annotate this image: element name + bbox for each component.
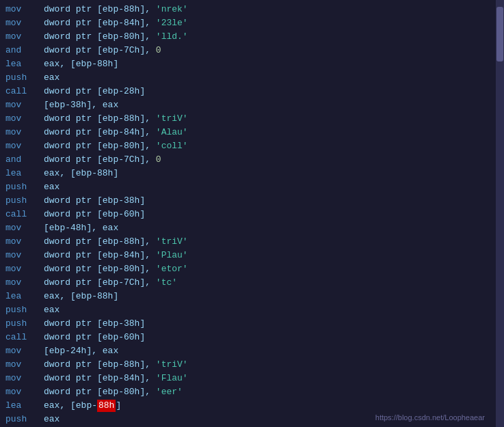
- code-line: mov[ebp-24h], eax: [0, 344, 496, 358]
- mnemonic: mov: [5, 386, 44, 398]
- string-literal: 'eer': [156, 386, 183, 398]
- operands: dword ptr [ebp-80h],: [44, 140, 156, 152]
- code-line: pushdword ptr [ebp-38h]: [0, 194, 496, 208]
- operands: eax: [44, 304, 59, 316]
- mnemonic: mov: [5, 222, 44, 234]
- code-line: calldword ptr [ebp-60h]: [0, 208, 496, 221]
- string-literal: 'lld.': [156, 31, 188, 43]
- mnemonic: push: [5, 195, 44, 207]
- operands: dword ptr [ebp-7Ch],: [44, 154, 156, 166]
- mnemonic: and: [5, 44, 44, 57]
- operands: dword ptr [ebp-88h],: [44, 359, 156, 371]
- code-area: movdword ptr [ebp-88h], 'nrek'movdword p…: [0, 0, 496, 427]
- mnemonic: and: [5, 154, 44, 166]
- mnemonic: mov: [5, 3, 44, 16]
- mnemonic: mov: [5, 31, 44, 43]
- mnemonic: push: [5, 181, 44, 193]
- code-line: movdword ptr [ebp-88h], 'triV': [0, 112, 496, 126]
- code-line: movdword ptr [ebp-88h], 'nrek': [0, 3, 496, 16]
- operands: dword ptr [ebp-60h]: [44, 331, 145, 344]
- operands: dword ptr [ebp-7Ch],: [44, 44, 156, 57]
- operands: eax: [44, 72, 59, 84]
- operands: [ebp-38h], eax: [44, 99, 118, 111]
- code-line: pusheax: [0, 180, 496, 194]
- scrollbar[interactable]: [496, 0, 504, 427]
- code-line: mov[ebp-38h], eax: [0, 98, 496, 112]
- operands: dword ptr [ebp-88h],: [44, 3, 156, 16]
- code-line: leaeax, [ebp-88h]: [0, 399, 496, 413]
- string-literal: 'triV': [156, 236, 188, 248]
- operands: eax: [44, 413, 59, 426]
- code-line: pusheax: [0, 71, 496, 85]
- code-line: movdword ptr [ebp-80h], 'etor': [0, 262, 496, 276]
- operands: dword ptr [ebp-84h],: [44, 126, 156, 139]
- mnemonic: lea: [5, 167, 44, 180]
- mnemonic: mov: [5, 236, 44, 248]
- highlight-value: 88h: [97, 400, 116, 412]
- string-literal: 'Alau': [156, 126, 188, 139]
- code-line: leaeax, [ebp-88h]: [0, 290, 496, 303]
- string-literal: 'Flau': [156, 372, 188, 385]
- string-literal: '23le': [156, 17, 188, 29]
- code-line: movdword ptr [ebp-80h], 'coll': [0, 139, 496, 153]
- code-line: movdword ptr [ebp-88h], 'triV': [0, 235, 496, 249]
- operands: [ebp-24h], eax: [44, 345, 118, 357]
- code-line: leaeax, [ebp-88h]: [0, 167, 496, 180]
- string-literal: 'triV': [156, 359, 188, 371]
- code-line: pusheax: [0, 303, 496, 317]
- mnemonic: call: [5, 331, 44, 344]
- operands: dword ptr [ebp-28h]: [44, 85, 145, 98]
- string-literal: 'nrek': [156, 3, 188, 16]
- mnemonic: mov: [5, 345, 44, 357]
- number-literal: 0: [156, 44, 161, 57]
- string-literal: 'coll': [156, 140, 188, 152]
- mnemonic: mov: [5, 17, 44, 29]
- mnemonic: push: [5, 72, 44, 84]
- operands: dword ptr [ebp-38h]: [44, 318, 145, 330]
- mnemonic: mov: [5, 249, 44, 262]
- operands: eax: [44, 181, 59, 193]
- mnemonic: mov: [5, 372, 44, 385]
- mnemonic: push: [5, 413, 44, 426]
- operands: dword ptr [ebp-84h],: [44, 17, 156, 29]
- operands: dword ptr [ebp-80h],: [44, 386, 156, 398]
- code-line: calldword ptr [ebp-28h]: [0, 85, 496, 98]
- operands: [ebp-48h], eax: [44, 222, 118, 234]
- number-literal: 0: [156, 154, 161, 166]
- mnemonic: mov: [5, 99, 44, 111]
- code-line: movdword ptr [ebp-84h], 'Alau': [0, 126, 496, 139]
- operands: dword ptr [ebp-80h],: [44, 263, 156, 275]
- string-literal: 'Plau': [156, 249, 188, 262]
- mnemonic: mov: [5, 277, 44, 289]
- scrollbar-thumb[interactable]: [496, 7, 503, 61]
- watermark: https://blog.csdn.net/Loopheaear: [375, 413, 485, 422]
- mnemonic: mov: [5, 359, 44, 371]
- code-line: calldword ptr [ebp-60h]: [0, 331, 496, 344]
- code-line: pushdword ptr [ebp-38h]: [0, 317, 496, 331]
- mnemonic: push: [5, 318, 44, 330]
- code-line: movdword ptr [ebp-88h], 'triV': [0, 358, 496, 372]
- operands: eax, [ebp-88h]: [44, 58, 118, 70]
- code-line: movdword ptr [ebp-84h], 'Flau': [0, 372, 496, 385]
- mnemonic: mov: [5, 126, 44, 139]
- code-line: movdword ptr [ebp-84h], 'Plau': [0, 249, 496, 262]
- operands: dword ptr [ebp-84h],: [44, 249, 156, 262]
- operands: dword ptr [ebp-7Ch],: [44, 277, 156, 289]
- code-line: anddword ptr [ebp-7Ch], 0: [0, 153, 496, 167]
- mnemonic: push: [5, 304, 44, 316]
- code-line: mov[ebp-48h], eax: [0, 221, 496, 235]
- operands: eax, [ebp-88h]: [44, 167, 118, 180]
- code-line: leaeax, [ebp-88h]: [0, 57, 496, 71]
- code-line: movdword ptr [ebp-80h], 'eer': [0, 385, 496, 399]
- operands: dword ptr [ebp-84h],: [44, 372, 156, 385]
- operands: dword ptr [ebp-88h],: [44, 236, 156, 248]
- mnemonic: lea: [5, 400, 44, 412]
- mnemonic: mov: [5, 263, 44, 275]
- operands: dword ptr [ebp-88h],: [44, 113, 156, 125]
- operands: dword ptr [ebp-38h]: [44, 195, 145, 207]
- operands: eax, [ebp-88h]: [44, 290, 118, 303]
- mnemonic: lea: [5, 58, 44, 70]
- string-literal: 'etor': [156, 263, 188, 275]
- string-literal: 'tc': [156, 277, 177, 289]
- code-line: anddword ptr [ebp-7Ch], 0: [0, 44, 496, 57]
